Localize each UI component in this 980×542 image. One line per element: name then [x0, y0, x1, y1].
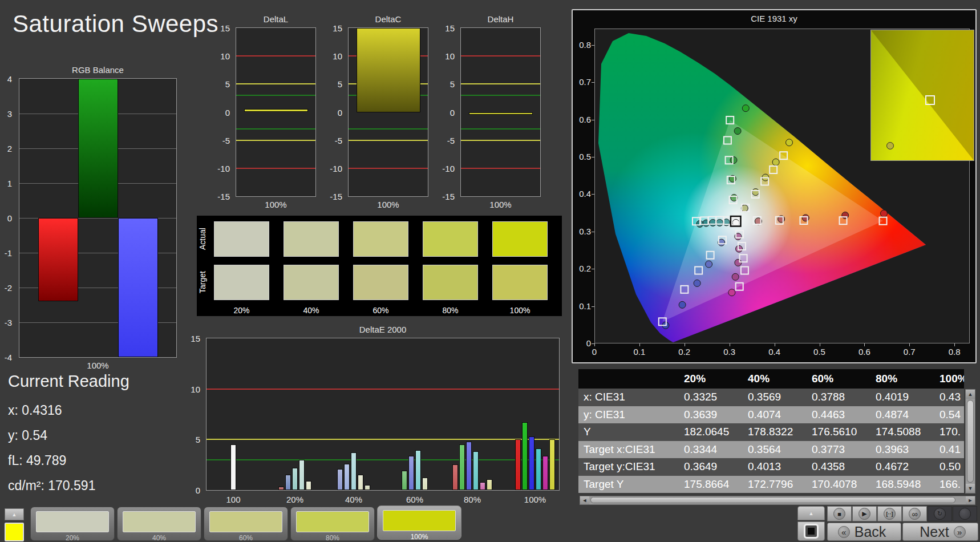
- table-cell: 0.3569: [743, 391, 807, 403]
- y-tick-label: 10: [445, 51, 459, 61]
- cie-y-tickmark: [592, 82, 594, 83]
- limit-line: [349, 140, 428, 141]
- table-cell: 176.5610: [807, 426, 870, 438]
- pattern-tile-20%[interactable]: 20%: [30, 507, 115, 541]
- back-button[interactable]: «Back: [827, 523, 901, 541]
- current-reading-line: cd/m²: 170.591: [8, 478, 95, 494]
- deltae-bar: [466, 442, 472, 490]
- deltae-bar: [487, 479, 492, 490]
- inset-measured-point: [886, 142, 894, 149]
- cie-y-tickmark: [592, 194, 594, 195]
- display-pattern-button[interactable]: [797, 521, 825, 541]
- pattern-tile-60%[interactable]: 60%: [204, 507, 288, 541]
- deltae-bar: [542, 456, 548, 490]
- deltae2000-chart: DeltaE 2000 15105010020%40%60%80%100%: [206, 338, 560, 491]
- cie-x-tick: 0: [583, 347, 606, 357]
- y-tick-label: 5: [196, 435, 204, 444]
- delta-chart-deltac: DeltaC151050-5-10-15100%: [348, 27, 428, 197]
- cie-y-tickmark: [592, 120, 594, 120]
- table-cell: 0.4672: [870, 460, 934, 473]
- x-label: 100%: [461, 200, 540, 209]
- deltae-bar: [522, 422, 528, 490]
- swatch-actual-80%: [423, 221, 478, 257]
- current-reading-title: Current Reading: [8, 372, 129, 391]
- scroll-up-button[interactable]: ▲: [966, 390, 975, 399]
- table-vertical-scrollbar[interactable]: ▲▼: [965, 389, 975, 494]
- current-reading-line: fL: 49.789: [8, 453, 66, 468]
- stop-button[interactable]: ■: [827, 506, 852, 521]
- chevron-left-icon: «: [838, 526, 850, 538]
- cie-x-tickmark: [775, 343, 775, 346]
- scroll-left-button[interactable]: ◄: [580, 496, 589, 504]
- pattern-tile-label: 20%: [31, 534, 114, 542]
- table-horizontal-scrollbar[interactable]: ◄►: [580, 496, 975, 505]
- deltae-x-label: 20%: [272, 495, 318, 504]
- cie-measured-point: [679, 301, 686, 308]
- blank-button[interactable]: [953, 506, 977, 521]
- scroll-down-button[interactable]: ▼: [966, 484, 975, 493]
- deltae-x-label: 100%: [512, 495, 558, 504]
- cie-y-tick: 0.6: [575, 115, 591, 124]
- cie-y-tick: 0: [575, 338, 591, 348]
- cie-x-tickmark: [954, 343, 955, 346]
- y-tick-label: 5: [225, 79, 234, 89]
- bracket-button[interactable]: [··]: [877, 506, 902, 521]
- cie-x-tick: 0.7: [898, 347, 921, 357]
- rgb-balance-title: RGB Balance: [19, 65, 176, 75]
- table-cell: 175.8664: [679, 478, 743, 491]
- deltae-bar: [515, 439, 521, 490]
- table-cell: 0.41: [934, 443, 964, 456]
- swatch-target-60%: [353, 265, 408, 300]
- table-cell: 0.3564: [743, 443, 807, 456]
- scroll-thumb-horizontal[interactable]: [590, 497, 955, 503]
- cie-measured-point: [734, 128, 741, 135]
- y-tick-label: 10: [191, 384, 204, 394]
- table-row-label: x: CIE31: [578, 391, 679, 403]
- table-row: Y182.0645178.8322176.5610174.5088170.: [578, 423, 964, 441]
- table-cell: 0.3788: [807, 391, 870, 403]
- swatch-target-80%: [423, 265, 478, 300]
- cie-y-tickmark: [592, 269, 594, 269]
- cie-measured-point: [716, 219, 723, 226]
- swatch-target-100%: [492, 265, 548, 300]
- cie-y-tick: 0.3: [575, 226, 591, 236]
- table-cell: 172.7796: [743, 478, 807, 491]
- swatch-row-label: Target: [198, 265, 210, 300]
- pattern-tile-40%[interactable]: 40%: [117, 507, 201, 541]
- next-button[interactable]: Next»: [902, 523, 978, 541]
- cie-measured-point: [736, 245, 743, 252]
- pattern-tile-80%[interactable]: 80%: [290, 507, 375, 541]
- y-tick-label: 5: [450, 79, 459, 89]
- pattern-tile-100%[interactable]: 100%: [377, 505, 461, 540]
- table-cell: 168.5948: [870, 478, 934, 491]
- play-button[interactable]: ▶: [852, 506, 877, 521]
- limit-line: [461, 83, 540, 84]
- patterns-up-arrow-button[interactable]: ▲: [5, 508, 24, 520]
- table-row: Target Y175.8664172.7796170.4078168.5948…: [578, 476, 964, 494]
- swatch-actual-60%: [353, 221, 408, 257]
- pattern-tile-label: 40%: [118, 534, 201, 542]
- refresh-button[interactable]: ↻: [928, 506, 952, 521]
- scroll-right-button[interactable]: ►: [966, 496, 975, 504]
- cie-x-tick: 0.4: [763, 347, 786, 357]
- deltae-bar: [292, 468, 298, 490]
- scroll-thumb-vertical[interactable]: [967, 400, 974, 483]
- deltae-bar: [422, 478, 428, 490]
- delta-chart-deltah: DeltaH151050-5-10-15100%: [460, 27, 541, 197]
- pattern-window-icon: [804, 524, 819, 539]
- y-tick-label: -10: [442, 163, 459, 173]
- pattern-tile-swatch: [36, 511, 109, 532]
- y-tick-label: 15: [445, 23, 459, 33]
- back-button-label: Back: [855, 524, 886, 540]
- current-pattern-swatch[interactable]: [5, 523, 24, 541]
- infinity-button[interactable]: ∞: [902, 506, 927, 521]
- limit-line: [236, 140, 315, 141]
- pattern-tile-swatch: [296, 511, 369, 532]
- table-row: Target y:CIE310.36490.40130.43580.46720.…: [578, 458, 964, 476]
- limit-line: [236, 128, 315, 130]
- meter-up-arrow-button[interactable]: ▲: [797, 506, 825, 520]
- cie-y-tick: 0.1: [575, 301, 591, 311]
- y-tick-label: -5: [447, 135, 459, 145]
- cie-x-tick: 0.8: [943, 347, 966, 357]
- deltae-bar: [408, 456, 414, 490]
